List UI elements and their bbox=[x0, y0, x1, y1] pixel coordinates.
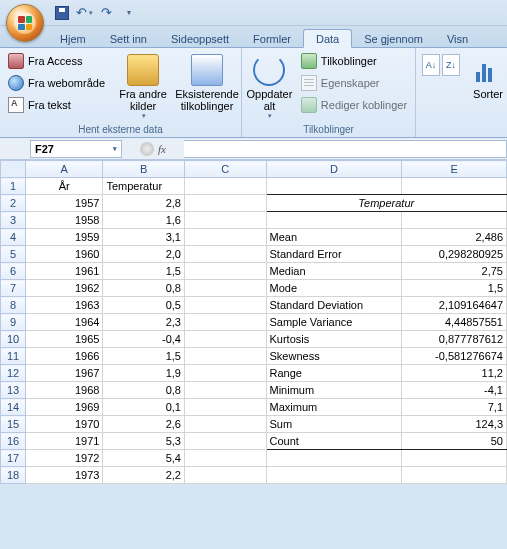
stats-title-cell[interactable]: Temperatur bbox=[266, 195, 507, 212]
cell[interactable]: 50 bbox=[402, 433, 507, 450]
cell[interactable]: 1,5 bbox=[103, 348, 185, 365]
cell[interactable]: 11,2 bbox=[402, 365, 507, 382]
cell[interactable]: 0,5 bbox=[103, 297, 185, 314]
sort-asc-button[interactable]: A↓ bbox=[422, 54, 440, 76]
tab-se-gjennom[interactable]: Se gjennom bbox=[352, 30, 435, 47]
cell[interactable]: 0,8 bbox=[103, 382, 185, 399]
cell[interactable]: 1957 bbox=[26, 195, 103, 212]
cell[interactable] bbox=[184, 212, 266, 229]
row-header[interactable]: 8 bbox=[1, 297, 26, 314]
row-header[interactable]: 5 bbox=[1, 246, 26, 263]
cell[interactable] bbox=[266, 178, 402, 195]
row-header[interactable]: 15 bbox=[1, 416, 26, 433]
cell[interactable]: 1962 bbox=[26, 280, 103, 297]
existing-connections-button[interactable]: Eksisterende tilkoblinger bbox=[177, 50, 237, 112]
cell[interactable]: 1959 bbox=[26, 229, 103, 246]
formula-input[interactable] bbox=[184, 140, 507, 158]
cell[interactable]: Sum bbox=[266, 416, 402, 433]
connections-button[interactable]: Tilkoblinger bbox=[297, 50, 411, 72]
cell[interactable] bbox=[266, 450, 402, 467]
qat-customize[interactable]: ▾ bbox=[118, 3, 138, 23]
row-header[interactable]: 17 bbox=[1, 450, 26, 467]
cell[interactable]: 2,8 bbox=[103, 195, 185, 212]
cell[interactable]: Range bbox=[266, 365, 402, 382]
edit-links-button[interactable]: Rediger koblinger bbox=[297, 94, 411, 116]
cell[interactable]: 1968 bbox=[26, 382, 103, 399]
cell[interactable] bbox=[402, 467, 507, 484]
cell[interactable]: 1972 bbox=[26, 450, 103, 467]
cell[interactable]: 1960 bbox=[26, 246, 103, 263]
cell[interactable]: 1965 bbox=[26, 331, 103, 348]
cell[interactable] bbox=[184, 399, 266, 416]
cell[interactable]: 4,44857551 bbox=[402, 314, 507, 331]
row-header[interactable]: 7 bbox=[1, 280, 26, 297]
cell[interactable]: 1958 bbox=[26, 212, 103, 229]
from-access-button[interactable]: Fra Access bbox=[4, 50, 109, 72]
row-header[interactable]: 6 bbox=[1, 263, 26, 280]
row-header[interactable]: 3 bbox=[1, 212, 26, 229]
cell[interactable] bbox=[184, 297, 266, 314]
sort-desc-button[interactable]: Z↓ bbox=[442, 54, 460, 76]
cell[interactable] bbox=[184, 450, 266, 467]
office-button[interactable] bbox=[6, 4, 44, 42]
cell[interactable]: 1963 bbox=[26, 297, 103, 314]
cell[interactable]: Median bbox=[266, 263, 402, 280]
from-text-button[interactable]: Fra tekst bbox=[4, 94, 109, 116]
col-header-D[interactable]: D bbox=[266, 161, 402, 178]
cell[interactable]: 2,0 bbox=[103, 246, 185, 263]
tab-visning[interactable]: Visn bbox=[435, 30, 480, 47]
cell[interactable]: 1,9 bbox=[103, 365, 185, 382]
cell[interactable]: 124,3 bbox=[402, 416, 507, 433]
cell[interactable]: 1,5 bbox=[402, 280, 507, 297]
row-header[interactable]: 10 bbox=[1, 331, 26, 348]
cell[interactable] bbox=[184, 467, 266, 484]
row-header[interactable]: 11 bbox=[1, 348, 26, 365]
row-header[interactable]: 12 bbox=[1, 365, 26, 382]
cell[interactable]: 0,8 bbox=[103, 280, 185, 297]
cell[interactable] bbox=[184, 229, 266, 246]
cell[interactable] bbox=[402, 212, 507, 229]
tab-sett-inn[interactable]: Sett inn bbox=[98, 30, 159, 47]
cancel-formula-icon[interactable] bbox=[140, 142, 154, 156]
cell[interactable] bbox=[184, 365, 266, 382]
cell[interactable]: Temperatur bbox=[103, 178, 185, 195]
tab-formler[interactable]: Formler bbox=[241, 30, 303, 47]
row-header[interactable]: 18 bbox=[1, 467, 26, 484]
cell[interactable]: 1971 bbox=[26, 433, 103, 450]
cell[interactable]: Mean bbox=[266, 229, 402, 246]
undo-button[interactable]: ↶▾ bbox=[74, 3, 94, 23]
col-header-A[interactable]: A bbox=[26, 161, 103, 178]
cell[interactable]: 5,4 bbox=[103, 450, 185, 467]
cell[interactable] bbox=[402, 450, 507, 467]
cell[interactable]: 5,3 bbox=[103, 433, 185, 450]
cell[interactable]: 0,1 bbox=[103, 399, 185, 416]
row-header[interactable]: 9 bbox=[1, 314, 26, 331]
cell[interactable]: Standard Deviation bbox=[266, 297, 402, 314]
sort-button[interactable]: Sorter bbox=[466, 50, 507, 100]
cell[interactable] bbox=[184, 416, 266, 433]
cell[interactable]: Sample Variance bbox=[266, 314, 402, 331]
cell[interactable] bbox=[184, 382, 266, 399]
row-header[interactable]: 14 bbox=[1, 399, 26, 416]
cell[interactable]: 1967 bbox=[26, 365, 103, 382]
cell[interactable]: Mode bbox=[266, 280, 402, 297]
cell[interactable]: 1969 bbox=[26, 399, 103, 416]
cell[interactable]: 1970 bbox=[26, 416, 103, 433]
cell[interactable] bbox=[184, 433, 266, 450]
cell[interactable] bbox=[266, 212, 402, 229]
cell[interactable]: Minimum bbox=[266, 382, 402, 399]
from-other-sources-button[interactable]: Fra andre kilder ▾ bbox=[113, 50, 173, 120]
redo-button[interactable]: ↷ bbox=[96, 3, 116, 23]
col-header-E[interactable]: E bbox=[402, 161, 507, 178]
cell[interactable] bbox=[184, 246, 266, 263]
cell[interactable]: 1966 bbox=[26, 348, 103, 365]
cell[interactable]: 1,6 bbox=[103, 212, 185, 229]
name-box[interactable]: F27 ▾ bbox=[30, 140, 122, 158]
cell[interactable]: 1964 bbox=[26, 314, 103, 331]
cell[interactable]: 1,5 bbox=[103, 263, 185, 280]
cell[interactable] bbox=[184, 263, 266, 280]
cell[interactable]: 1973 bbox=[26, 467, 103, 484]
tab-sideoppsett[interactable]: Sideoppsett bbox=[159, 30, 241, 47]
tab-data[interactable]: Data bbox=[303, 29, 352, 48]
cell[interactable] bbox=[184, 195, 266, 212]
